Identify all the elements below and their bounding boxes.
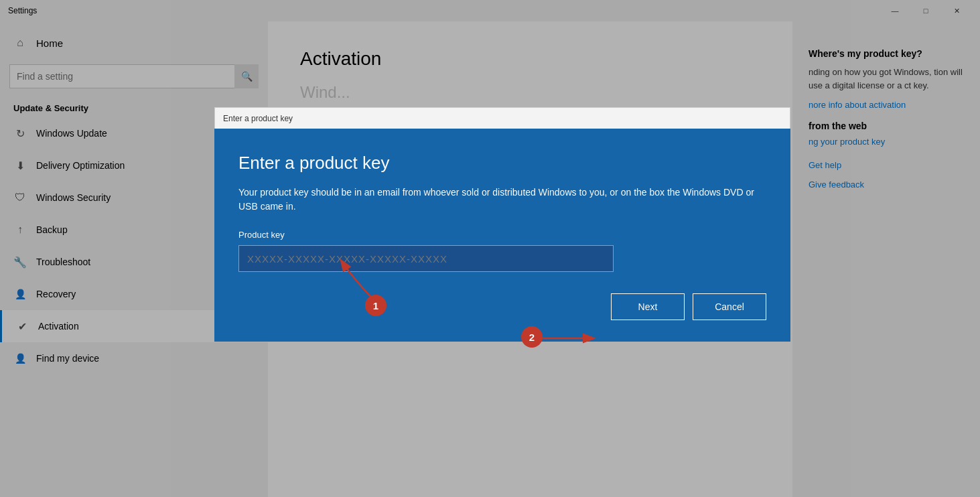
dialog-overlay: Enter a product key Enter a product key … [0,0,980,497]
product-key-input[interactable] [238,245,614,272]
annotation-2: 2 [521,326,543,348]
dialog-actions: Next Cancel [238,293,766,320]
dialog-titlebar-label: Enter a product key [223,114,293,123]
annotation-1: 1 [365,295,387,316]
dialog-description: Your product key should be in an email f… [238,186,766,214]
dialog-body: Enter a product key Your product key sho… [214,129,790,342]
dialog-titlebar: Enter a product key [214,107,790,129]
product-key-field-label: Product key [238,230,766,240]
product-key-dialog: Enter a product key Enter a product key … [214,107,790,342]
dialog-heading: Enter a product key [238,153,766,173]
cancel-button[interactable]: Cancel [693,293,766,320]
next-button[interactable]: Next [611,293,685,320]
